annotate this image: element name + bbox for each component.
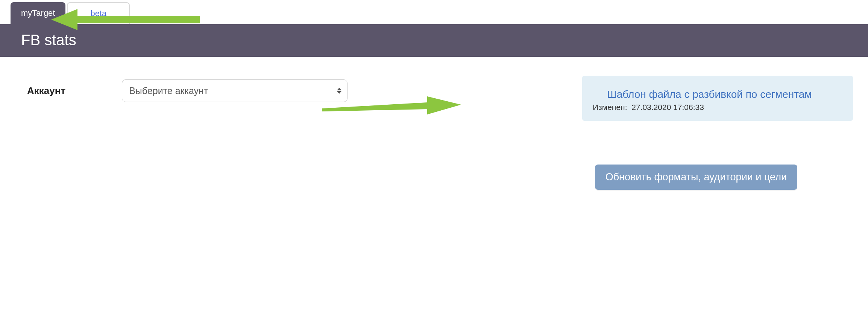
tab-beta[interactable]: beta [67, 2, 130, 24]
tabs-row: myTarget beta [0, 0, 868, 24]
page-title-bar: FB stats [0, 24, 868, 57]
account-label: Аккаунт [27, 85, 65, 97]
template-modified-row: Изменен: 27.03.2020 17:06:33 [593, 103, 842, 112]
content-area: Аккаунт Выберите аккаунт Шаблон файла с … [0, 57, 868, 125]
update-button[interactable]: Обновить форматы, аудитории и цели [595, 165, 797, 190]
template-modified-label: Изменен: [593, 103, 627, 111]
page-title: FB stats [21, 32, 76, 48]
template-modified-value: 27.03.2020 17:06:33 [631, 103, 704, 111]
account-select-wrap: Выберите аккаунт [122, 79, 348, 102]
template-link[interactable]: Шаблон файла с разбивкой по сегментам [607, 88, 842, 101]
template-info-box: Шаблон файла с разбивкой по сегментам Из… [582, 76, 853, 121]
account-select[interactable]: Выберите аккаунт [122, 79, 348, 102]
tab-mytarget[interactable]: myTarget [11, 2, 65, 24]
